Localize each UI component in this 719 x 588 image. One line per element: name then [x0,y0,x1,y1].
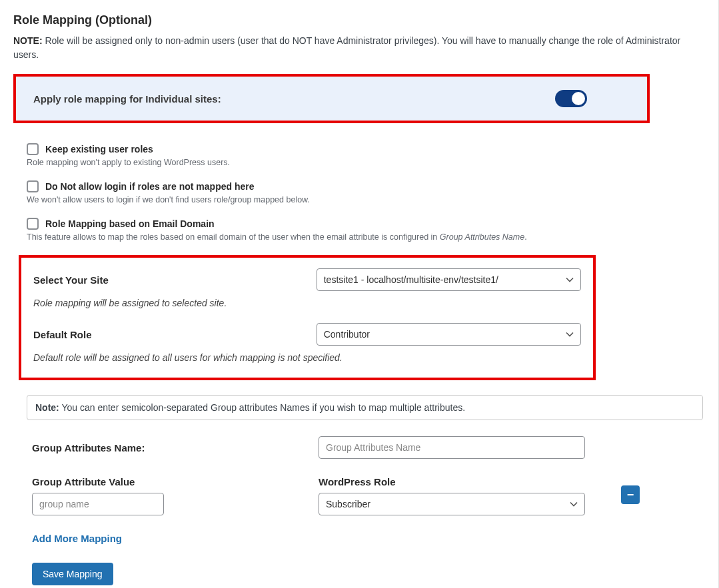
select-site-help: Role mapping will be assigned to selecte… [33,298,581,308]
note-text: Role will be assigned only to non-admin … [13,35,680,60]
wp-role-value: Subscriber [326,499,370,509]
chevron-down-icon [566,330,574,338]
default-role-label: Default Role [33,329,317,340]
group-attr-value-label: Group Attribute Value [32,476,319,487]
email-domain-label: Role Mapping based on Email Domain [45,218,215,229]
email-domain-help: This feature allows to map the roles bas… [27,232,705,242]
note-prefix: NOTE: [13,35,43,46]
group-attr-value-input[interactable]: group name [32,493,164,515]
option-email-domain: Role Mapping based on Email Domain This … [27,218,705,242]
note-banner: Note: You can enter semicolon-separated … [27,395,703,420]
default-role-help: Default role will be assigned to all use… [33,352,581,363]
disallow-login-checkbox[interactable] [27,180,39,192]
option-disallow-login: Do Not allow login if roles are not mapp… [27,180,705,204]
email-domain-checkbox[interactable] [27,218,39,230]
disallow-login-label: Do Not allow login if roles are not mapp… [45,181,254,192]
add-more-mapping-link[interactable]: Add More Mapping [32,533,122,544]
wp-role-dropdown[interactable]: Subscriber [319,493,585,515]
apply-role-mapping-label: Apply role mapping for Individual sites: [33,93,221,105]
save-mapping-button[interactable]: Save Mapping [32,563,113,585]
group-attr-name-label: Group Attributes Name: [32,442,319,453]
group-attr-name-placeholder: Group Attributes Name [326,442,420,453]
keep-existing-label: Keep existing user roles [45,144,153,154]
keep-existing-help: Role mapping won't apply to existing Wor… [27,158,705,167]
option-keep-existing: Keep existing user roles Role mapping wo… [27,143,705,167]
keep-existing-checkbox[interactable] [27,143,39,155]
chevron-down-icon [570,500,578,508]
minus-icon: − [627,488,634,502]
note-top: NOTE: Role will be assigned only to non-… [13,34,705,62]
apply-role-mapping-toggle[interactable] [555,90,587,107]
default-role-value: Contributor [324,329,370,340]
disallow-login-help: We won't allow users to login if we don'… [27,195,705,204]
note-banner-text: You can enter semicolon-separated Group … [59,402,465,413]
default-role-dropdown[interactable]: Contributor [317,323,581,346]
toggle-knob [572,92,585,105]
group-attr-value-placeholder: group name [39,499,89,509]
select-site-label: Select Your Site [33,274,317,286]
page-title: Role Mapping (Optional) [13,13,705,27]
note-banner-prefix: Note: [35,402,59,413]
wp-role-label: WordPress Role [319,476,598,487]
remove-mapping-button[interactable]: − [621,485,640,504]
select-site-dropdown[interactable]: testsite1 - localhost/multisite-env/test… [317,268,581,291]
chevron-down-icon [566,276,574,284]
select-site-value: testsite1 - localhost/multisite-env/test… [324,274,498,285]
group-attr-name-input[interactable]: Group Attributes Name [319,436,585,459]
site-role-block: Select Your Site testsite1 - localhost/m… [19,255,596,380]
apply-role-mapping-panel: Apply role mapping for Individual sites: [13,74,650,123]
